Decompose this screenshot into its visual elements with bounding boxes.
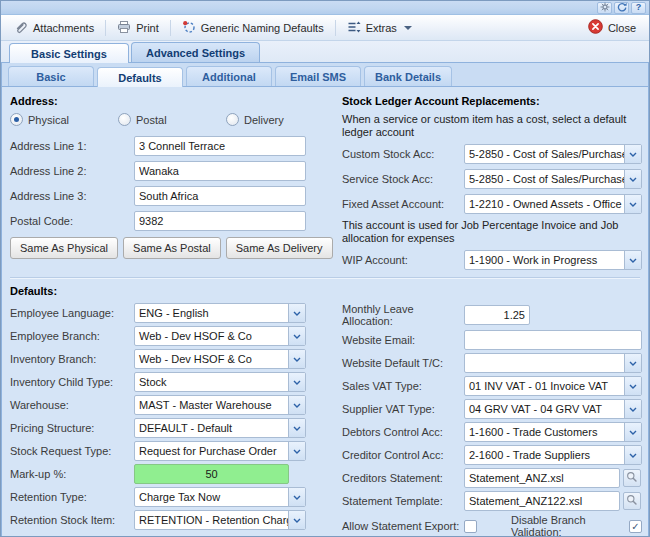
- chevron-down-icon[interactable]: [624, 400, 641, 418]
- warehouse-select[interactable]: MAST - Master Warehouse: [134, 395, 306, 415]
- chevron-down-icon[interactable]: [624, 423, 641, 441]
- address-line2-input[interactable]: [134, 161, 306, 181]
- gear-icon: [600, 2, 610, 14]
- same-as-postal-button[interactable]: Same As Postal: [123, 237, 221, 259]
- tab-additional[interactable]: Additional: [186, 66, 272, 86]
- employee-language-select[interactable]: ENG - English: [134, 303, 306, 323]
- address-header: Address:: [10, 95, 334, 107]
- custom-stock-acc-select[interactable]: 5-2850 - Cost of Sales/Purchases: [464, 144, 642, 164]
- chevron-down-icon[interactable]: [624, 145, 641, 163]
- help-button[interactable]: ?: [631, 2, 646, 14]
- statement-template-input[interactable]: [464, 491, 620, 511]
- chevron-down-icon[interactable]: [288, 488, 305, 506]
- chevron-down-icon[interactable]: [288, 304, 305, 322]
- sales-vat-type-select[interactable]: 01 INV VAT - 01 Invoice VAT: [464, 376, 642, 396]
- service-stock-acc-select[interactable]: 5-2850 - Cost of Sales/Purchases: [464, 169, 642, 189]
- combo-value: MAST - Master Warehouse: [135, 396, 288, 414]
- naming-defaults-label: Generic Naming Defaults: [201, 22, 324, 34]
- supplier-vat-type-select[interactable]: 04 GRV VAT - 04 GRV VAT: [464, 399, 642, 419]
- tab-defaults[interactable]: Defaults: [97, 67, 183, 87]
- pricing-structure-select[interactable]: DEFAULT - Default: [134, 418, 306, 438]
- inventory-child-type-select[interactable]: Stock: [134, 372, 306, 392]
- combo-value: Charge Tax Now: [135, 488, 288, 506]
- creditors-statement-input[interactable]: [464, 468, 620, 488]
- magnifier-icon: [626, 471, 638, 485]
- statement-template-lookup-button[interactable]: [623, 492, 641, 510]
- employee-branch-select[interactable]: Web - Dev HSOF & Co: [134, 326, 306, 346]
- disable-branch-validation-checkbox[interactable]: [629, 520, 642, 533]
- disable-branch-validation-label: Disable Branch Validation:: [511, 514, 621, 537]
- postal-code-input[interactable]: [134, 211, 306, 231]
- supplier-vat-type-label: Supplier VAT Type:: [342, 403, 464, 415]
- paperclip-icon: [14, 20, 28, 36]
- defaults-right-column: Monthly Leave Allocation: Website Email:…: [334, 303, 642, 537]
- attachments-label: Attachments: [33, 22, 94, 34]
- print-button[interactable]: Print: [110, 17, 166, 39]
- radio-postal[interactable]: Postal: [118, 113, 226, 126]
- chevron-down-icon[interactable]: [288, 327, 305, 345]
- chevron-down-icon[interactable]: [624, 195, 641, 213]
- same-as-buttons: Same As Physical Same As Postal Same As …: [10, 237, 334, 259]
- defaults-left-column: Employee Language: ENG - English Employe…: [10, 303, 334, 537]
- toolbar-separator: [335, 20, 336, 36]
- attachments-button[interactable]: Attachments: [7, 17, 101, 39]
- radio-button-icon[interactable]: [226, 113, 239, 126]
- extras-button[interactable]: Extras: [340, 17, 419, 39]
- tab-email-sms[interactable]: Email SMS: [275, 66, 361, 86]
- retention-type-select[interactable]: Charge Tax Now: [134, 487, 306, 507]
- settings-button[interactable]: [597, 2, 612, 14]
- chevron-down-icon[interactable]: [624, 446, 641, 464]
- close-button[interactable]: Close: [581, 16, 643, 39]
- chevron-down-icon[interactable]: [288, 511, 305, 529]
- allow-statement-export-checkbox[interactable]: [464, 520, 477, 533]
- radio-physical[interactable]: Physical: [10, 113, 118, 126]
- debtors-control-acc-select[interactable]: 1-1600 - Trade Customers: [464, 422, 642, 442]
- inventory-branch-label: Inventory Branch:: [10, 353, 134, 365]
- markup-percent-input[interactable]: [134, 464, 289, 484]
- custom-stock-acc-label: Custom Stock Acc:: [342, 148, 464, 160]
- creditor-control-acc-label: Creditor Control Acc:: [342, 449, 464, 461]
- chevron-down-icon[interactable]: [288, 350, 305, 368]
- generic-naming-defaults-button[interactable]: Generic Naming Defaults: [175, 17, 331, 39]
- print-label: Print: [136, 22, 159, 34]
- address-line1-input[interactable]: [134, 136, 306, 156]
- address-line3-label: Address Line 3:: [10, 190, 134, 202]
- retention-stock-item-select[interactable]: RETENTION - Retention Charge: [134, 510, 306, 530]
- same-as-physical-button[interactable]: Same As Physical: [10, 237, 118, 259]
- chevron-down-icon[interactable]: [624, 251, 641, 269]
- tab-basic-settings[interactable]: Basic Settings: [9, 43, 129, 63]
- tab-basic[interactable]: Basic: [8, 66, 94, 86]
- creditors-statement-lookup-button[interactable]: [623, 469, 641, 487]
- chevron-down-icon[interactable]: [624, 170, 641, 188]
- chevron-down-icon[interactable]: [288, 396, 305, 414]
- chevron-down-icon[interactable]: [624, 354, 641, 372]
- stock-ledger-note1: When a service or custom item has a cost…: [342, 113, 642, 139]
- tab-bank-details[interactable]: Bank Details: [364, 66, 452, 86]
- address-line3-input[interactable]: [134, 186, 306, 206]
- list-sort-icon: [347, 20, 361, 36]
- combo-value: Stock: [135, 373, 288, 391]
- tab-advanced-settings[interactable]: Advanced Settings: [131, 42, 260, 62]
- radio-delivery[interactable]: Delivery: [226, 113, 334, 126]
- chevron-down-icon[interactable]: [624, 377, 641, 395]
- radio-button-icon[interactable]: [118, 113, 131, 126]
- website-email-input[interactable]: [464, 330, 642, 350]
- wip-account-select[interactable]: 1-1900 - Work in Progress: [464, 250, 642, 270]
- statement-template-label: Statement Template:: [342, 495, 464, 507]
- same-as-delivery-button[interactable]: Same As Delivery: [226, 237, 333, 259]
- creditor-control-acc-select[interactable]: 2-1600 - Trade Suppliers: [464, 445, 642, 465]
- toolbar: Attachments Print Generic Naming Default…: [1, 15, 649, 41]
- chevron-down-icon[interactable]: [288, 419, 305, 437]
- inventory-branch-select[interactable]: Web - Dev HSOF & Co: [134, 349, 306, 369]
- chevron-down-icon[interactable]: [288, 373, 305, 391]
- refresh-button[interactable]: [614, 2, 629, 14]
- app-window: ? Attachments Print Generic Naming Defau…: [0, 0, 650, 537]
- chevron-down-icon[interactable]: [288, 442, 305, 460]
- fixed-asset-account-select[interactable]: 1-2210 - Owned Assets - Office Eq: [464, 194, 642, 214]
- radio-delivery-label: Delivery: [244, 114, 284, 126]
- website-default-tc-select[interactable]: [464, 353, 642, 373]
- stock-request-type-select[interactable]: Request for Purchase Order: [134, 441, 306, 461]
- radio-button-icon[interactable]: [10, 113, 23, 126]
- title-strip: ?: [1, 1, 649, 15]
- monthly-leave-allocation-input[interactable]: [464, 305, 530, 325]
